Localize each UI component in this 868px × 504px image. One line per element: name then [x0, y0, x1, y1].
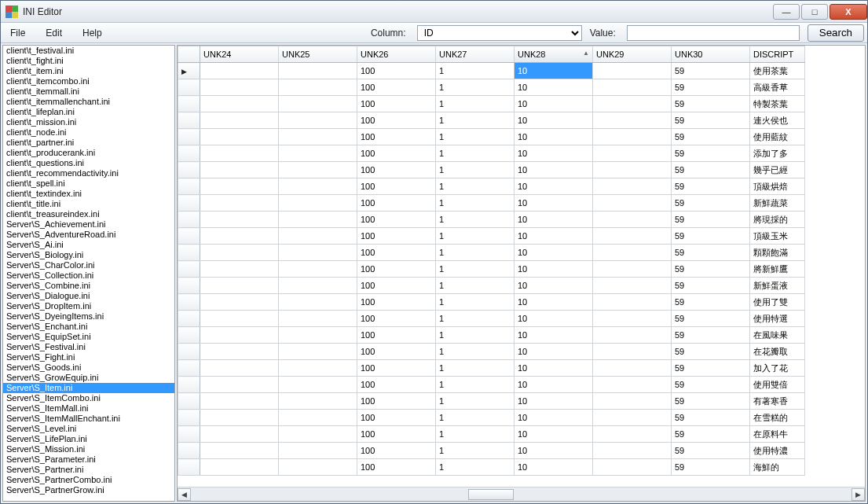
file-item[interactable]: Server\S_EquipSet.ini — [3, 332, 174, 342]
cell[interactable]: 1 — [436, 145, 515, 162]
cell[interactable]: 使用茶葉 — [750, 63, 805, 79]
file-item[interactable]: client\t_textindex.ini — [3, 189, 174, 199]
row-header[interactable] — [178, 294, 200, 311]
file-item[interactable]: Server\S_ItemMall.ini — [3, 403, 174, 414]
cell[interactable] — [279, 426, 357, 443]
cell[interactable] — [279, 96, 357, 112]
cell[interactable] — [279, 443, 357, 459]
row-header[interactable] — [178, 63, 200, 79]
file-item[interactable]: client\t_recommendactivity.ini — [3, 168, 174, 178]
cell[interactable]: 10 — [515, 162, 593, 178]
cell[interactable]: 100 — [357, 228, 436, 245]
search-button[interactable]: Search — [808, 24, 864, 42]
cell[interactable]: 59 — [672, 261, 750, 278]
cell[interactable] — [593, 245, 672, 261]
cell[interactable]: 10 — [515, 112, 593, 129]
cell[interactable] — [200, 344, 279, 360]
file-item[interactable]: client\t_producerank.ini — [3, 148, 174, 158]
cell[interactable] — [593, 294, 672, 311]
cell[interactable]: 59 — [672, 212, 750, 228]
cell[interactable]: 59 — [672, 278, 750, 294]
menu-help[interactable]: Help — [76, 26, 108, 40]
maximize-button[interactable]: □ — [801, 4, 828, 20]
file-item[interactable]: client\t_item.ini — [3, 66, 174, 76]
cell[interactable] — [593, 261, 672, 278]
file-item[interactable]: Server\S_Achievement.ini — [3, 219, 174, 230]
cell[interactable]: 10 — [515, 228, 593, 245]
menu-edit[interactable]: Edit — [39, 26, 68, 40]
cell[interactable] — [593, 426, 672, 443]
cell[interactable] — [593, 377, 672, 393]
cell[interactable] — [279, 261, 357, 278]
cell[interactable]: 100 — [357, 96, 436, 112]
file-item[interactable]: client\t_node.ini — [3, 127, 174, 138]
cell[interactable]: 使用了雙 — [750, 294, 805, 311]
cell[interactable]: 59 — [672, 96, 750, 112]
row-header[interactable] — [178, 261, 200, 278]
cell[interactable]: 100 — [357, 426, 436, 443]
cell[interactable]: 100 — [357, 443, 436, 459]
cell[interactable]: 1 — [436, 195, 515, 212]
cell[interactable]: 1 — [436, 294, 515, 311]
cell[interactable] — [279, 278, 357, 294]
cell[interactable]: 添加了多 — [750, 145, 805, 162]
row-header[interactable] — [178, 344, 200, 360]
cell[interactable] — [593, 145, 672, 162]
row-header[interactable] — [178, 278, 200, 294]
file-item[interactable]: Server\S_Mission.ini — [3, 444, 174, 454]
cell[interactable] — [279, 112, 357, 129]
cell[interactable]: 100 — [357, 79, 436, 96]
horizontal-scrollbar[interactable]: ◀ ▶ — [178, 487, 865, 501]
cell[interactable]: 使用特選 — [750, 311, 805, 327]
cell[interactable] — [279, 344, 357, 360]
cell[interactable]: 10 — [515, 344, 593, 360]
cell[interactable]: 100 — [357, 162, 436, 178]
cell[interactable] — [279, 162, 357, 178]
cell[interactable] — [593, 228, 672, 245]
cell[interactable]: 使用雙倍 — [750, 377, 805, 393]
cell[interactable] — [593, 410, 672, 426]
file-item[interactable]: Server\S_Partner.ini — [3, 465, 174, 475]
cell[interactable] — [200, 377, 279, 393]
cell[interactable]: 特製茶葉 — [750, 96, 805, 112]
cell[interactable] — [279, 245, 357, 261]
row-header[interactable] — [178, 245, 200, 261]
cell[interactable] — [279, 79, 357, 96]
cell[interactable]: 1 — [436, 212, 515, 228]
file-item[interactable]: Server\S_Goods.ini — [3, 362, 174, 373]
file-item[interactable]: client\t_title.ini — [3, 199, 174, 209]
row-header[interactable] — [178, 410, 200, 426]
cell[interactable] — [279, 212, 357, 228]
cell[interactable] — [593, 360, 672, 377]
cell[interactable]: 海鮮的 — [750, 459, 805, 476]
cell[interactable]: 1 — [436, 410, 515, 426]
cell[interactable]: 顆顆飽滿 — [750, 245, 805, 261]
cell[interactable]: 在原料牛 — [750, 426, 805, 443]
cell[interactable]: 10 — [515, 145, 593, 162]
cell[interactable] — [200, 63, 279, 79]
cell[interactable] — [200, 261, 279, 278]
cell[interactable]: 59 — [672, 145, 750, 162]
cell[interactable]: 10 — [515, 261, 593, 278]
cell[interactable] — [200, 311, 279, 327]
cell[interactable]: 1 — [436, 327, 515, 344]
cell[interactable]: 1 — [436, 228, 515, 245]
cell[interactable]: 10 — [515, 212, 593, 228]
cell[interactable]: 1 — [436, 459, 515, 476]
scroll-right-icon[interactable]: ▶ — [852, 488, 865, 501]
cell[interactable] — [200, 278, 279, 294]
file-item[interactable]: Server\S_PartnerGrow.ini — [3, 485, 174, 495]
file-item[interactable]: Server\S_Festival.ini — [3, 342, 174, 352]
cell[interactable]: 100 — [357, 145, 436, 162]
file-item[interactable]: Server\S_CharColor.ini — [3, 260, 174, 270]
row-header[interactable] — [178, 377, 200, 393]
cell[interactable]: 使用特濃 — [750, 443, 805, 459]
cell[interactable]: 有著寒香 — [750, 393, 805, 410]
cell[interactable] — [593, 344, 672, 360]
cell[interactable]: 100 — [357, 360, 436, 377]
cell[interactable]: 59 — [672, 459, 750, 476]
file-item[interactable]: Server\S_Collection.ini — [3, 270, 174, 281]
file-item[interactable]: Server\S_PartnerCombo.ini — [3, 475, 174, 485]
cell[interactable]: 59 — [672, 360, 750, 377]
cell[interactable]: 10 — [515, 360, 593, 377]
